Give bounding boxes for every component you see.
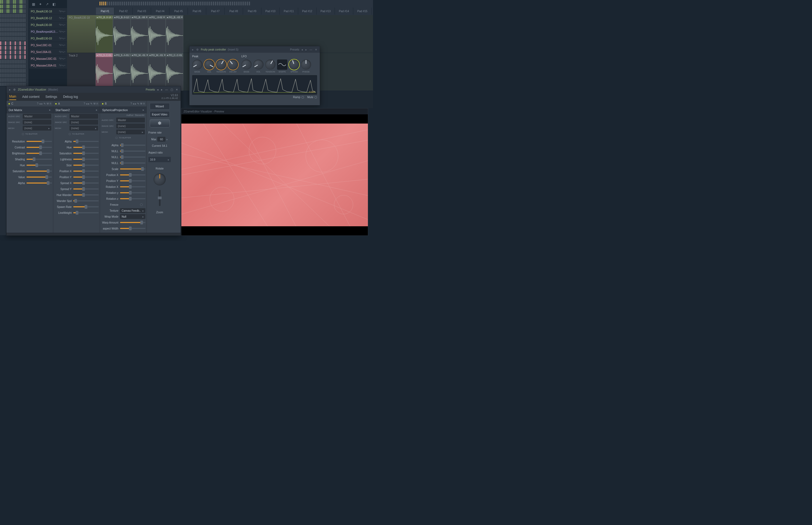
to-buffer-toggle[interactable]: TO BUFFER [53, 131, 100, 137]
param-contrast[interactable]: Contrast [7, 144, 52, 150]
zge-tab-add-content[interactable]: Add content [22, 94, 40, 100]
gear-icon[interactable]: ⚙ [196, 48, 199, 51]
rotate-slider[interactable] [159, 190, 161, 206]
param-aspect-width[interactable]: aspect Width [101, 225, 146, 231]
clip-header[interactable]: ◂ PO_5..A-01 ✕ [113, 53, 130, 57]
audio-source-select[interactable]: Master [116, 118, 145, 122]
close-icon[interactable]: ✕ [175, 88, 178, 91]
prev-icon[interactable]: ◂ [39, 102, 41, 105]
wand-icon[interactable]: ✎ [90, 102, 92, 105]
presets-label[interactable]: Presets [146, 88, 155, 91]
next-icon[interactable]: ▸ [135, 102, 136, 105]
param-rotation-z[interactable]: Rotation z [101, 196, 146, 202]
audio-clip[interactable]: ◂ PO_5..A-01 ✕ [113, 53, 131, 91]
max-fps-input[interactable]: 60 [157, 137, 165, 142]
toolbar-icon-3[interactable]: ◧ [52, 2, 56, 6]
pad-tab[interactable]: Pad #4 [151, 7, 169, 15]
pad-tab[interactable]: Pad #11 [280, 7, 298, 15]
param-position-x[interactable]: Position X [101, 172, 146, 178]
param-hue[interactable]: Hue [54, 144, 99, 150]
knob-tension[interactable]: TENSION [216, 59, 226, 73]
knob-base[interactable]: BASE [192, 59, 202, 73]
to-buffer-toggle[interactable]: TO BUFFER [100, 135, 147, 140]
param-alpha[interactable]: Alpha [101, 142, 146, 148]
param-freeze[interactable]: Freeze [101, 202, 146, 208]
pad-tab[interactable]: Pad #2 [114, 7, 133, 15]
ramp-toggle[interactable]: Ramp [293, 96, 304, 99]
slider-track[interactable] [27, 147, 52, 148]
clip-header[interactable]: ◂ PO_M..-01 ✕ [131, 53, 148, 57]
slider-track[interactable] [27, 159, 52, 160]
param-hue-wander[interactable]: Hue Wander [54, 192, 99, 198]
knob-vol[interactable]: VOL [253, 59, 264, 73]
tool-icon[interactable]: ⚒ [93, 102, 96, 105]
slider-track[interactable] [120, 198, 146, 199]
param-null[interactable]: NULL [101, 154, 146, 160]
slider-track[interactable] [27, 153, 52, 154]
param-wrap-mode[interactable]: Wrap ModeNull▸ [101, 213, 146, 220]
prev-preset-icon[interactable]: ◂ [156, 88, 159, 91]
slider-track[interactable] [27, 141, 52, 142]
slider-track[interactable] [73, 165, 99, 166]
audio-clip[interactable]: ◂ PO_B..-08 ✕ [131, 15, 148, 53]
clip-header[interactable]: ◂ PO_B..-03 ✕ [166, 15, 183, 19]
sample-item[interactable]: PO_Massaw130C-01▸ [29, 56, 67, 62]
pad-tab[interactable]: Pad #8 [225, 7, 243, 15]
sample-item[interactable]: PO_BeatA130-18▸ [29, 8, 67, 15]
param-shading[interactable]: Shading [7, 156, 52, 162]
mesh-source-select[interactable]: (none)▸ [116, 130, 145, 134]
image-source-select[interactable]: (none) [70, 120, 98, 125]
next-icon[interactable]: ▸ [88, 102, 89, 105]
layer-enable-radio[interactable] [55, 103, 57, 105]
next-preset-icon[interactable]: ▸ [161, 88, 163, 91]
mute-toggle[interactable]: Mute [307, 96, 317, 99]
mesh-source-select[interactable]: (none)▸ [70, 126, 98, 131]
param-lineweight[interactable]: LineWeight [54, 210, 99, 216]
param-hue[interactable]: Hue [7, 162, 52, 168]
knob-decay[interactable]: DECAY [228, 59, 238, 73]
clip-header[interactable]: ◂ PO_..0-02 ✕ [148, 15, 165, 19]
tool-icon[interactable]: ⚒ [140, 102, 142, 105]
copy-icon[interactable]: ⎘ [143, 102, 145, 105]
layer-enable-radio[interactable] [102, 103, 104, 105]
select[interactable]: Null▸ [120, 214, 146, 219]
pad-tab[interactable]: Pad #12 [298, 7, 317, 15]
param-alpha[interactable]: Alpha [54, 138, 99, 144]
pad-tab[interactable]: Pad #14 [335, 7, 353, 15]
shape-selector[interactable]: SHAPE [277, 59, 287, 73]
close-icon[interactable]: ✕ [314, 48, 318, 51]
audio-clip[interactable]: ◂ PO_M..-01 ✕ [148, 53, 166, 91]
maximize-icon[interactable]: ▢ [170, 88, 174, 91]
next-icon[interactable]: ▸ [41, 102, 43, 105]
prev-icon[interactable]: ◂ [86, 102, 87, 105]
knob-base[interactable]: BASE [241, 59, 252, 73]
slider-track[interactable] [73, 159, 99, 160]
param-lightness[interactable]: Lightness [54, 156, 99, 162]
slider-track[interactable] [120, 168, 146, 169]
pad-tab[interactable]: Pad #16 [372, 7, 373, 15]
audio-clip[interactable]: ◂ PO_5..C-01 ✕ [95, 53, 113, 91]
prev-preset-icon[interactable]: ◂ [301, 48, 303, 51]
slider-track[interactable] [120, 156, 146, 158]
param-position-x[interactable]: Position X [54, 168, 99, 174]
knob-speed[interactable]: SPEED [289, 59, 299, 73]
audio-clip[interactable]: ◂ PO_B..0-12 ✕ [113, 15, 131, 53]
sample-item[interactable]: PO_Massaw130A-01▸ [29, 62, 67, 69]
clip-header[interactable]: ◂ PO_B..0-18 ✕ [96, 15, 113, 19]
copy-icon[interactable]: ⎘ [96, 102, 98, 105]
fpc-peak-graph[interactable]: 0.007 [192, 75, 317, 95]
checkbox[interactable] [140, 203, 143, 206]
sample-item[interactable]: PO_BeatA130-08▸ [29, 21, 67, 28]
audio-source-select[interactable]: Master [70, 114, 98, 119]
zge-h-scrollbar[interactable] [6, 233, 181, 236]
param-brightness[interactable]: Brightness [7, 150, 52, 156]
track-label[interactable]: PO_BeatA130-18 [67, 15, 95, 53]
slider-track[interactable] [73, 182, 99, 183]
slider-track[interactable] [73, 147, 99, 148]
param-spawn-rate[interactable]: Spawn Rate [54, 204, 99, 210]
minimize-icon[interactable]: — [309, 48, 313, 51]
freeze-button[interactable]: ❄ [150, 119, 170, 127]
zge-titlebar[interactable]: ▸ ⚙ ZGameEditor Visualizer (Master) Pres… [6, 86, 181, 93]
slider-track[interactable] [73, 194, 99, 195]
preset-dropdown[interactable]: SphericalProjection▸ [100, 107, 147, 113]
